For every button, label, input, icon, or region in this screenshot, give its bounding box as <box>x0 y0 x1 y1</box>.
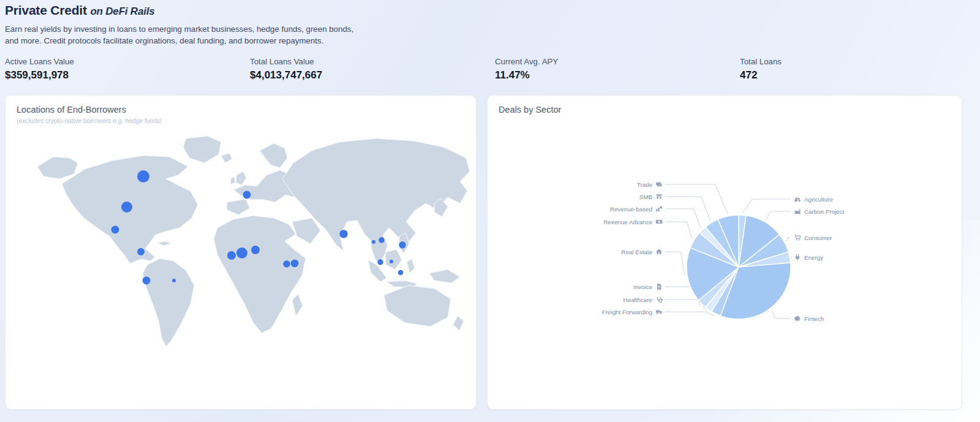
borrower-dot-panama[interactable] <box>137 248 145 255</box>
pie-leader-line <box>665 209 701 228</box>
stat-value: 472 <box>740 69 980 81</box>
stat-label: Total Loans Value <box>250 57 490 66</box>
borrower-dot-philippines[interactable] <box>399 241 405 248</box>
borrower-dot-malaysia[interactable] <box>377 259 383 265</box>
borrower-dot-cote-divoire[interactable] <box>227 251 236 260</box>
borrower-dot-peru[interactable] <box>143 277 151 285</box>
world-map <box>6 131 476 401</box>
stat-label: Current Avg. APY <box>495 57 735 66</box>
stat-current-avg-apy: Current Avg. APY 11.47% <box>490 57 735 81</box>
borrower-dot-thailand[interactable] <box>372 240 375 244</box>
page-header: Private Credit on DeFi Rails Earn real y… <box>5 3 353 47</box>
stat-total-loans: Total Loans 472 <box>735 57 980 81</box>
stat-label: Active Loans Value <box>5 57 245 66</box>
stat-value: $359,591,978 <box>5 69 245 81</box>
borrower-dot-canada[interactable] <box>137 170 149 183</box>
page-title-text: Private Credit <box>5 3 87 17</box>
pie-leader-line <box>665 252 685 276</box>
stat-value: 11.47% <box>495 69 735 81</box>
pie-leader-line <box>742 199 790 213</box>
pie-leader-line <box>665 312 715 316</box>
borrower-dot-vietnam[interactable] <box>379 237 384 243</box>
page-title: Private Credit on DeFi Rails <box>5 3 353 18</box>
pie-leader-line <box>787 238 790 242</box>
borrower-dot-ghana[interactable] <box>236 247 247 258</box>
borrower-dot-uganda[interactable] <box>283 260 290 267</box>
borrower-dot-india[interactable] <box>339 230 347 238</box>
stat-total-loans-value: Total Loans Value $4,013,747,667 <box>245 57 490 81</box>
borrower-dot-mexico[interactable] <box>111 226 119 234</box>
pie-chart: AgricultureCarbon ProjectConsumerEnergyF… <box>488 96 962 409</box>
borrower-dot-borneo[interactable] <box>390 260 393 263</box>
pie-leader-line <box>665 222 692 239</box>
borrower-dot-brazil[interactable] <box>172 279 176 282</box>
stats-row: Active Loans Value $359,591,978 Total Lo… <box>0 57 980 81</box>
locations-card-subtitle: (excludes crypto-native borrowers e.g. h… <box>17 118 162 124</box>
borrower-dot-united-states[interactable] <box>121 202 132 213</box>
world-landmasses <box>37 136 470 347</box>
pie-leader-line <box>790 257 792 257</box>
locations-card-title: Locations of End-Borrowers <box>17 105 126 115</box>
stat-active-loans-value: Active Loans Value $359,591,978 <box>0 57 245 81</box>
locations-card: Locations of End-Borrowers (excludes cry… <box>5 95 477 410</box>
borrower-dot-france[interactable] <box>243 191 251 199</box>
borrower-dot-nigeria[interactable] <box>251 246 260 254</box>
borrower-dot-indonesia[interactable] <box>398 270 404 276</box>
borrower-dot-kenya[interactable] <box>291 260 299 268</box>
sectors-card: Deals by Sector AgricultureCarbon Projec… <box>487 95 962 410</box>
page-title-suffix: on DeFi Rails <box>90 6 154 17</box>
stat-value: $4,013,747,667 <box>250 69 490 81</box>
page-description: Earn real yields by investing in loans t… <box>5 23 353 47</box>
pie-leader-line <box>665 184 728 214</box>
pie-leader-line <box>772 311 790 318</box>
stat-label: Total Loans <box>740 57 980 66</box>
pie-slices <box>687 215 791 319</box>
pie-leader-line <box>766 211 790 220</box>
pie-svg <box>488 96 962 409</box>
